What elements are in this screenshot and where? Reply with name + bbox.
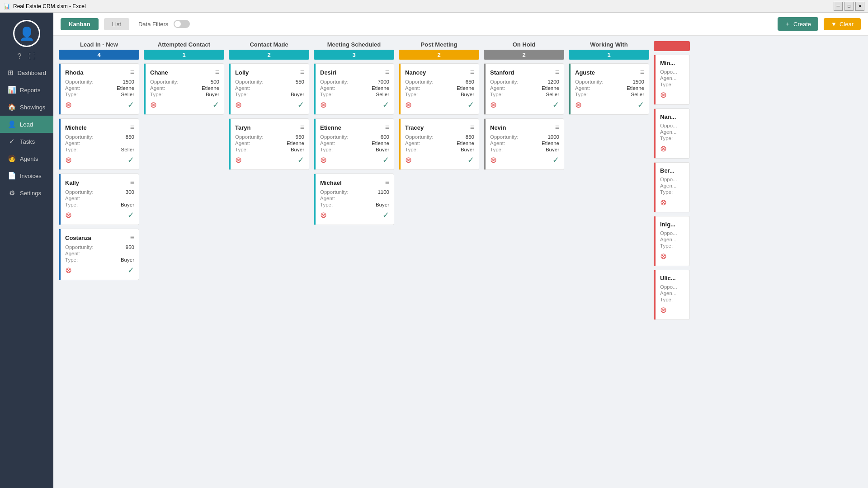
reject-button[interactable]: ⊗ [235, 100, 242, 110]
table-row[interactable]: Ulic... Oppo... Agen... Type: ⊗ [654, 270, 690, 320]
approve-button[interactable]: ✓ [212, 100, 219, 110]
agent-label: Agent: [405, 141, 420, 146]
reject-button[interactable]: ⊗ [65, 155, 72, 165]
reject-button[interactable]: ⊗ [150, 100, 157, 110]
reject-button[interactable]: ⊗ [490, 155, 497, 165]
table-row[interactable]: Rhoda ≡ Opportunity: 1500 Agent: Etienne… [59, 63, 139, 115]
card-menu-icon[interactable]: ≡ [300, 123, 304, 131]
card-menu-icon[interactable]: ≡ [385, 178, 389, 187]
sidebar-item-invoices[interactable]: 📄 Invoices [0, 167, 53, 184]
approve-button[interactable]: ✓ [552, 155, 559, 165]
type-value: Buyer [121, 257, 134, 263]
approve-button[interactable]: ✓ [382, 210, 389, 220]
card-menu-icon[interactable]: ≡ [130, 234, 134, 242]
close-button[interactable]: ✕ [855, 2, 864, 11]
table-row[interactable]: Etienne ≡ Opportunity: 600 Agent: Etienn… [314, 118, 394, 170]
card-opportunity-row: Opportunity: 850 [65, 134, 134, 140]
sidebar-item-agents[interactable]: 🧑 Agents [0, 150, 53, 167]
table-row[interactable]: Lolly ≡ Opportunity: 550 Agent: Type: Bu… [229, 63, 309, 115]
sidebar-item-showings[interactable]: 🏠 Showings [0, 99, 53, 116]
sidebar-item-reports[interactable]: 📊 Reports [0, 81, 53, 99]
create-button[interactable]: ＋ Create [778, 17, 818, 31]
card-menu-icon[interactable]: ≡ [130, 178, 134, 187]
reject-button[interactable]: ⊗ [65, 100, 72, 110]
card-type-row: Type: Buyer [405, 147, 474, 152]
reject-button[interactable]: ⊗ [660, 251, 667, 261]
reject-button[interactable]: ⊗ [660, 305, 667, 315]
approve-button[interactable]: ✓ [297, 100, 304, 110]
table-row[interactable]: Kally ≡ Opportunity: 300 Agent: Type: Bu… [59, 174, 139, 225]
card-name: Inig... [660, 221, 675, 228]
card-menu-icon[interactable]: ≡ [470, 68, 474, 76]
approve-button[interactable]: ✓ [127, 210, 134, 220]
card-menu-icon[interactable]: ≡ [215, 68, 219, 76]
approve-button[interactable]: ✓ [127, 155, 134, 165]
approve-button[interactable]: ✓ [552, 100, 559, 110]
card-menu-icon[interactable]: ≡ [640, 68, 644, 76]
card-menu-icon[interactable]: ≡ [555, 68, 559, 76]
card-menu-icon[interactable]: ≡ [130, 68, 134, 76]
card-menu-icon[interactable]: ≡ [555, 123, 559, 131]
reject-button[interactable]: ⊗ [660, 197, 667, 207]
reject-button[interactable]: ⊗ [65, 265, 72, 275]
table-row[interactable]: Tracey ≡ Opportunity: 850 Agent: Etienne… [399, 118, 479, 170]
card-name: Lolly [235, 69, 249, 76]
clear-button[interactable]: ▼ Clear [824, 18, 861, 30]
card-menu-icon[interactable]: ≡ [385, 68, 389, 76]
table-row[interactable]: Stanford ≡ Opportunity: 1200 Agent: Etie… [484, 63, 564, 115]
reject-button[interactable]: ⊗ [660, 144, 667, 154]
card-menu-icon[interactable]: ≡ [470, 123, 474, 131]
table-row[interactable]: Nan... Oppo... Agen... Type: ⊗ [654, 108, 690, 159]
card-menu-icon[interactable]: ≡ [385, 123, 389, 131]
table-row[interactable]: Desiri ≡ Opportunity: 7000 Agent: Etienn… [314, 63, 394, 115]
opportunity-value: 1000 [547, 134, 559, 140]
restore-button[interactable]: □ [844, 2, 854, 11]
card-menu-icon[interactable]: ≡ [300, 68, 304, 76]
approve-button[interactable]: ✓ [637, 100, 644, 110]
reject-button[interactable]: ⊗ [320, 210, 327, 220]
approve-button[interactable]: ✓ [297, 155, 304, 165]
table-row[interactable]: Inig... Oppo... Agen... Type: ⊗ [654, 216, 690, 266]
table-row[interactable]: Michele ≡ Opportunity: 850 Agent: Type: … [59, 118, 139, 170]
card-agent-row: Agent: Etienne [320, 85, 389, 91]
approve-button[interactable]: ✓ [127, 100, 134, 110]
approve-button[interactable]: ✓ [382, 155, 389, 165]
reject-button[interactable]: ⊗ [65, 210, 72, 220]
reject-button[interactable]: ⊗ [405, 155, 412, 165]
reject-button[interactable]: ⊗ [575, 100, 582, 110]
type-label: Type: [235, 147, 248, 152]
kanban-button[interactable]: Kanban [61, 18, 99, 30]
table-row[interactable]: Ber... Oppo... Agen... Type: ⊗ [654, 162, 690, 212]
minimize-button[interactable]: ─ [834, 2, 843, 11]
type-label: Type: [660, 136, 673, 141]
approve-button[interactable]: ✓ [127, 265, 134, 275]
table-row[interactable]: Costanza ≡ Opportunity: 950 Agent: Type:… [59, 229, 139, 280]
reject-button[interactable]: ⊗ [405, 100, 412, 110]
approve-button[interactable]: ✓ [467, 155, 474, 165]
table-row[interactable]: Taryn ≡ Opportunity: 950 Agent: Etienne … [229, 118, 309, 170]
reject-button[interactable]: ⊗ [235, 155, 242, 165]
data-filters-toggle[interactable] [174, 20, 190, 28]
sidebar-item-dashboard[interactable]: ⊞ Dashboard [0, 64, 53, 81]
table-row[interactable]: Nancey ≡ Opportunity: 650 Agent: Etienne… [399, 63, 479, 115]
table-row[interactable]: Michael ≡ Opportunity: 1100 Agent: Type:… [314, 174, 394, 225]
agent-value: Etienne [457, 141, 474, 146]
help-icon[interactable]: ? [18, 52, 22, 61]
table-row[interactable]: Nevin ≡ Opportunity: 1000 Agent: Etienne… [484, 118, 564, 170]
reject-button[interactable]: ⊗ [660, 90, 667, 100]
list-button[interactable]: List [104, 18, 129, 30]
reject-button[interactable]: ⊗ [490, 100, 497, 110]
reject-button[interactable]: ⊗ [320, 100, 327, 110]
approve-button[interactable]: ✓ [382, 100, 389, 110]
approve-button[interactable]: ✓ [467, 100, 474, 110]
card-menu-icon[interactable]: ≡ [130, 123, 134, 131]
sidebar-item-lead[interactable]: 👤 Lead [0, 116, 53, 133]
reject-button[interactable]: ⊗ [320, 155, 327, 165]
table-row[interactable]: Chane ≡ Opportunity: 500 Agent: Etienne … [144, 63, 224, 115]
table-row[interactable]: Aguste ≡ Opportunity: 1500 Agent: Etienn… [569, 63, 649, 115]
sidebar-item-tasks[interactable]: ✓ Tasks [0, 133, 53, 150]
table-row[interactable]: Min... Oppo... Agen... Type: ⊗ [654, 55, 690, 105]
card-name: Rhoda [65, 69, 83, 76]
expand-icon[interactable]: ⛶ [28, 52, 36, 61]
sidebar-item-settings[interactable]: ⚙ Settings [0, 184, 53, 202]
